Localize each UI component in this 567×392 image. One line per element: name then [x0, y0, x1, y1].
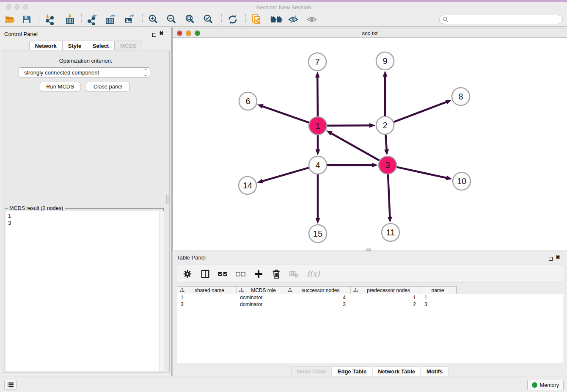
column-header-mcds-role[interactable]: MCDS role: [237, 287, 285, 294]
graph-node-8[interactable]: 8: [452, 88, 470, 105]
table-cell[interactable]: 3: [177, 301, 237, 308]
graph-edge-1-7[interactable]: [315, 72, 320, 116]
delete-icon[interactable]: [271, 269, 281, 279]
graph-node-7[interactable]: 7: [308, 53, 326, 71]
zoom-in-icon[interactable]: [148, 14, 159, 25]
graph-edge-2-9[interactable]: [383, 71, 388, 116]
column-header-label: name: [424, 287, 456, 293]
svg-text:15: 15: [313, 229, 322, 238]
table-cell[interactable]: 2: [351, 301, 421, 308]
zoom-out-icon[interactable]: [166, 14, 177, 25]
graph-edge-4-15[interactable]: [316, 174, 320, 224]
splitter-handle[interactable]: [166, 195, 170, 204]
refresh-icon[interactable]: [227, 14, 238, 25]
column-header-name[interactable]: name: [421, 287, 457, 294]
mcds-result-area[interactable]: 1 3: [6, 211, 164, 371]
hide-details-icon[interactable]: [288, 14, 299, 25]
scrollbar[interactable]: [159, 211, 164, 371]
table-row[interactable]: 3dominator323: [177, 301, 564, 308]
table-row[interactable]: 1dominator411: [177, 294, 564, 301]
tab-network-table[interactable]: Network Table: [372, 367, 421, 376]
table-cell[interactable]: dominator: [237, 294, 285, 301]
column-header-predecessor-nodes[interactable]: predecessor nodes: [351, 287, 421, 294]
toolbar-separator: [245, 14, 246, 25]
graph-node-2[interactable]: 2: [376, 116, 394, 134]
graph-edge-1-2[interactable]: [327, 123, 375, 128]
show-details-icon[interactable]: [306, 14, 317, 25]
zoom-selected-icon[interactable]: [203, 14, 214, 25]
tab-node-table[interactable]: Node Table: [292, 367, 332, 376]
close-panel-button[interactable]: Close panel: [86, 82, 130, 91]
search-box[interactable]: [439, 15, 563, 24]
mcds-result-legend: MCDS result (2 nodes): [8, 205, 65, 211]
table-body[interactable]: 1dominator4113dominator323: [177, 294, 564, 363]
close-panel-icon[interactable]: ✖: [159, 31, 164, 36]
graph-node-1[interactable]: 1: [309, 117, 327, 135]
graph-node-9[interactable]: 9: [376, 52, 394, 70]
close-panel-icon[interactable]: ✖: [556, 255, 560, 259]
import-network-icon[interactable]: [44, 14, 55, 25]
column-icon[interactable]: [200, 269, 210, 279]
graph-edge-3-11[interactable]: [388, 174, 392, 223]
table-cell[interactable]: dominator: [237, 301, 285, 308]
toolbar-separator: [142, 14, 143, 25]
float-panel-icon[interactable]: [152, 31, 156, 39]
svg-text:8: 8: [458, 92, 463, 101]
save-session-icon[interactable]: [21, 14, 32, 25]
graph-edge-1-6[interactable]: [257, 104, 309, 123]
graph-node-11[interactable]: 11: [382, 224, 399, 241]
tab-edge-table[interactable]: Edge Table: [332, 367, 372, 376]
column-header-shared-name[interactable]: shared name: [177, 287, 237, 294]
graph-node-4[interactable]: 4: [309, 156, 327, 174]
tree-icon: [180, 288, 184, 293]
table-cell[interactable]: 3: [285, 301, 351, 308]
svg-text:6: 6: [245, 97, 250, 106]
toolbar-separator: [221, 14, 222, 25]
graph-edge-3-10[interactable]: [396, 167, 452, 180]
export-network-icon[interactable]: [86, 14, 97, 25]
select-all-icon[interactable]: [218, 269, 228, 279]
table-cell[interactable]: 1: [421, 294, 457, 301]
resize-handle[interactable]: [366, 248, 371, 251]
graph-node-10[interactable]: 10: [453, 172, 471, 190]
add-icon[interactable]: [253, 269, 264, 279]
import-table-icon[interactable]: [64, 14, 75, 25]
table-tabs: Node TableEdge TableNetwork TableMotifs: [291, 367, 449, 376]
memory-button[interactable]: Memory: [527, 380, 564, 390]
home-icon[interactable]: [269, 14, 284, 25]
deselect-all-icon[interactable]: [236, 269, 246, 279]
delete-table-icon[interactable]: [289, 269, 299, 279]
tab-motifs[interactable]: Motifs: [421, 367, 448, 376]
graph-node-15[interactable]: 15: [309, 225, 327, 243]
graph-edge-3-1[interactable]: [326, 130, 380, 160]
graph-edge-2-8[interactable]: [394, 100, 452, 122]
function-builder-icon[interactable]: f(x): [307, 269, 320, 278]
network-canvas[interactable]: 7968124314101511: [173, 38, 567, 251]
graph-node-6[interactable]: 6: [239, 92, 257, 110]
column-header-label: successor nodes: [295, 287, 350, 293]
column-header-successor-nodes[interactable]: successor nodes: [285, 287, 351, 294]
task-history-button[interactable]: [4, 380, 17, 390]
graph-edge-2-3[interactable]: [384, 135, 389, 155]
table-cell[interactable]: 1: [351, 294, 421, 301]
new-network-from-file-icon[interactable]: [251, 14, 262, 25]
table-cell[interactable]: 1: [177, 294, 237, 301]
toolbar-separator: [81, 14, 82, 25]
float-panel-icon[interactable]: [549, 255, 553, 262]
open-session-icon[interactable]: [4, 14, 15, 25]
criterion-select[interactable]: strongly connected component ⌃⌃: [19, 67, 150, 77]
table-cell[interactable]: 3: [421, 301, 457, 308]
run-mcds-button[interactable]: Run MCDS: [40, 82, 80, 91]
svg-text:14: 14: [243, 181, 252, 190]
gear-icon[interactable]: [182, 269, 193, 279]
zoom-fit-icon[interactable]: [184, 14, 195, 25]
graph-edge-1-4[interactable]: [316, 135, 320, 155]
export-image-icon[interactable]: [124, 14, 135, 25]
export-table-icon[interactable]: [105, 14, 116, 25]
graph-edge-4-14[interactable]: [257, 168, 309, 183]
graph-edge-4-3[interactable]: [327, 163, 378, 168]
graph-node-3[interactable]: 3: [379, 156, 396, 174]
table-cell[interactable]: 4: [285, 294, 351, 301]
graph-node-14[interactable]: 14: [239, 177, 256, 194]
search-input[interactable]: [449, 17, 555, 22]
